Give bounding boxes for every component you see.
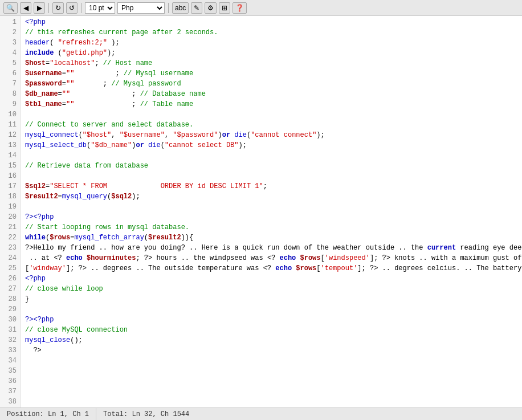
line-number: 10 <box>2 109 17 120</box>
line-number: 32 <box>2 335 17 345</box>
line-number: 1 <box>2 17 17 27</box>
line-number: 11 <box>2 120 17 130</box>
line-number: 29 <box>2 304 17 315</box>
position-label: Position: <box>7 410 44 418</box>
line-number: 7 <box>2 79 17 89</box>
line-number: 35 <box>2 366 17 376</box>
line-number: 14 <box>2 150 17 161</box>
total-section: Total: Ln 32, Ch 1544 <box>96 408 196 420</box>
separator-1 <box>48 3 49 13</box>
code-editor[interactable]: <?php // this refreshes current page aft… <box>21 16 522 407</box>
line-number: 25 <box>2 263 17 274</box>
line-number: 21 <box>2 222 17 233</box>
settings-button[interactable]: ⚙ <box>205 2 217 14</box>
forward-button[interactable]: ▶ <box>34 2 45 14</box>
line-number: 2 <box>2 27 17 38</box>
line-number: 31 <box>2 325 17 335</box>
total-label: Total: <box>103 410 128 418</box>
line-number: 18 <box>2 191 17 202</box>
total-value: Ln 32, Ch 1544 <box>132 410 189 418</box>
line-number: 4 <box>2 48 17 58</box>
position-value: Ln 1, Ch 1 <box>48 410 89 418</box>
font-size-select[interactable]: 10 pt 12 pt 14 pt <box>85 2 115 14</box>
edit-button[interactable]: ✎ <box>191 2 202 14</box>
line-number: 33 <box>2 345 17 356</box>
line-number: 26 <box>2 274 17 284</box>
line-number: 5 <box>2 58 17 68</box>
line-number: 16 <box>2 171 17 181</box>
line-number: 27 <box>2 284 17 294</box>
position-section: Position: Ln 1, Ch 1 <box>0 408 96 420</box>
line-number: 20 <box>2 212 17 222</box>
line-number: 3 <box>2 38 17 48</box>
line-number: 28 <box>2 294 17 304</box>
line-number: 13 <box>2 140 17 150</box>
line-number: 37 <box>2 386 17 397</box>
line-number: 15 <box>2 161 17 171</box>
line-number: 30 <box>2 315 17 325</box>
line-number: 22 <box>2 233 17 243</box>
line-number: 12 <box>2 130 17 140</box>
line-number: 23 <box>2 243 17 253</box>
separator-2 <box>81 3 81 13</box>
help-button[interactable]: ❓ <box>233 2 247 14</box>
spellcheck-button[interactable]: abc <box>172 2 189 14</box>
line-number: 34 <box>2 356 17 366</box>
line-number: 36 <box>2 376 17 386</box>
statusbar: Position: Ln 1, Ch 1 Total: Ln 32, Ch 15… <box>0 407 522 420</box>
line-number: 38 <box>2 397 17 407</box>
line-number: 24 <box>2 253 17 263</box>
line-number: 6 <box>2 68 17 79</box>
editor-container: 1 2 3 4 5 6 7 8 9 10 11 12 13 14 15 16 1… <box>0 16 522 407</box>
grid-button[interactable]: ⊞ <box>219 2 230 14</box>
line-number: 17 <box>2 181 17 191</box>
line-numbers: 1 2 3 4 5 6 7 8 9 10 11 12 13 14 15 16 1… <box>0 16 21 407</box>
line-number: 9 <box>2 99 17 109</box>
toolbar: 🔍 ◀ ▶ ↻ ↺ 10 pt 12 pt 14 pt Php HTML CSS… <box>0 0 522 16</box>
line-number: 19 <box>2 202 17 212</box>
redo-button[interactable]: ↺ <box>66 2 78 14</box>
line-number: 8 <box>2 89 17 99</box>
back-button[interactable]: ◀ <box>20 2 31 14</box>
separator-3 <box>168 3 169 13</box>
language-select[interactable]: Php HTML CSS JavaScript <box>117 2 165 14</box>
find-button[interactable]: 🔍 <box>3 2 18 14</box>
undo-button[interactable]: ↻ <box>52 2 64 14</box>
